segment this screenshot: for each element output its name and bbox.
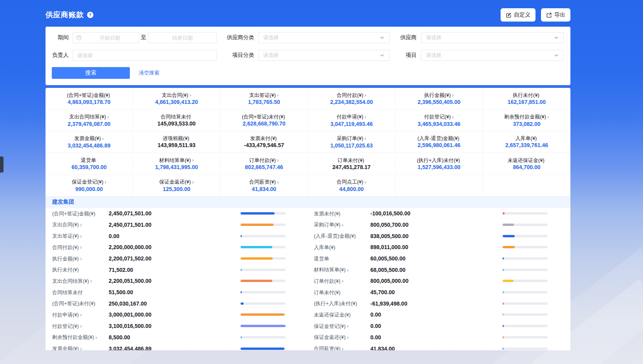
detail-row: 退货单60,005,500.00 xyxy=(308,253,570,264)
progress-fill xyxy=(240,269,242,271)
summary-cell-value: 4,861,309,413.20 xyxy=(155,99,198,105)
export-icon xyxy=(546,12,552,18)
detail-value: 0.00 xyxy=(370,323,503,329)
help-icon[interactable]: ? xyxy=(87,12,93,18)
drilldown-arrow-icon: › xyxy=(277,179,279,185)
summary-cell-value: 2,657,339,761.46 xyxy=(505,142,548,148)
summary-cell[interactable]: 支出合同结算(¥)›2,379,476,087.00 xyxy=(46,109,133,131)
detail-row[interactable]: 付款申请(¥)›3,000,001,000.00 xyxy=(46,309,308,320)
drilldown-arrow-icon: › xyxy=(547,114,549,120)
summary-cell[interactable]: 剩余预付款金额(¥)›373,082.00 xyxy=(483,109,570,131)
group-detail: (合同+签证)金额(¥)2,450,071,501.00 支出合同(¥)›2,4… xyxy=(46,208,570,350)
progress-fill xyxy=(503,313,503,316)
owner-input[interactable] xyxy=(77,53,212,58)
summary-cell[interactable]: 付款登记(¥)›3,465,934,033.46 xyxy=(395,109,483,131)
detail-label: (入库-退货)金额(¥) xyxy=(314,233,356,238)
summary-cell-value: 864,700.00 xyxy=(513,164,540,170)
detail-row[interactable]: 合同付款(¥)›2,200,000,000.00 xyxy=(46,242,308,253)
drilldown-arrow-icon: › xyxy=(189,92,191,98)
summary-cell: 进项税额(¥)143,959,511.93 xyxy=(133,131,220,153)
project-select[interactable]: 请选择 xyxy=(421,50,564,61)
detail-row[interactable]: 保证金登记(¥)›0.00 xyxy=(308,320,570,332)
supplier-placeholder: 请选择 xyxy=(426,34,441,41)
detail-row[interactable]: 支出合同(¥)›2,450,071,501.00 xyxy=(46,219,308,231)
start-date-input[interactable] xyxy=(84,35,136,41)
progress-track xyxy=(240,212,286,215)
summary-cell-value: 2,234,382,554.00 xyxy=(330,99,373,105)
drilldown-arrow-icon: › xyxy=(347,267,349,273)
progress-track xyxy=(503,280,548,282)
summary-cell[interactable]: 合同付款(¥)›2,234,382,554.00 xyxy=(308,88,395,109)
group-name-link[interactable]: 建发集团 xyxy=(52,198,74,206)
detail-row[interactable]: 订单付款(¥)›800,005,000.00 xyxy=(308,275,570,287)
supplier-category-select[interactable]: 请选择 xyxy=(258,32,390,43)
drilldown-arrow-icon: › xyxy=(342,222,344,228)
summary-cell[interactable]: 发票金额(¥)›3,032,454,486.89 xyxy=(46,131,133,153)
summary-cell[interactable]: 采购订单(¥)›1,050,117,025.63 xyxy=(308,131,395,153)
project-category-select[interactable]: 请选择 xyxy=(258,50,390,61)
detail-value: -100,016,500.00 xyxy=(370,210,503,217)
progress-track xyxy=(240,302,286,305)
progress-fill xyxy=(240,257,273,260)
owner-field[interactable] xyxy=(73,50,217,61)
detail-label: 保证金返还(¥) xyxy=(314,335,346,340)
drilldown-arrow-icon: › xyxy=(364,179,366,185)
export-button[interactable]: 导出 xyxy=(541,8,570,22)
supplier-category-placeholder: 请选择 xyxy=(263,34,279,41)
progress-fill xyxy=(503,235,515,237)
detail-value: 3,100,016,500.00 xyxy=(109,323,240,329)
drilldown-arrow-icon: › xyxy=(80,346,82,350)
summary-cell: (合同+签证)金额(¥)4,863,093,178.70 xyxy=(46,88,133,109)
summary-cell-label: 订单付款(¥) xyxy=(249,158,276,163)
summary-cell-label: 进项税额(¥) xyxy=(163,136,189,141)
detail-row[interactable]: 发票金额(¥)›3,032,454,486.89 xyxy=(46,343,308,350)
summary-cell[interactable]: 合同点工(¥)›44,800.00 xyxy=(308,175,395,197)
summary-cell-value: 60,359,700.00 xyxy=(71,164,107,170)
end-date-input[interactable] xyxy=(151,35,213,41)
detail-row[interactable]: 付款登记(¥)›3,100,016,500.00 xyxy=(46,320,308,332)
customize-button[interactable]: 自定义 xyxy=(501,8,536,22)
date-range-picker: 至 xyxy=(73,32,217,43)
summary-cell[interactable]: 合同薪资(¥)›41,834.00 xyxy=(220,175,308,197)
start-date-field[interactable] xyxy=(73,32,139,43)
supplier-select[interactable]: 请选择 xyxy=(421,32,564,43)
detail-row[interactable]: 合同薪资(¥)›41,834.00 xyxy=(308,343,570,350)
side-panel-toggle[interactable] xyxy=(0,157,4,173)
detail-row[interactable]: 保证金返还(¥)›0.00 xyxy=(308,332,570,343)
summary-cell-label: 合同薪资(¥) xyxy=(249,179,276,184)
summary-cell[interactable]: 保证金返还(¥)›125,300.00 xyxy=(133,175,220,197)
export-button-label: 导出 xyxy=(554,11,565,18)
drilldown-arrow-icon: › xyxy=(102,136,104,141)
drilldown-arrow-icon: › xyxy=(192,179,194,185)
summary-cell[interactable]: 付款申请(¥)›3,047,119,493.46 xyxy=(308,109,395,131)
detail-row[interactable]: 执行金额(¥)›2,200,071,502.00 xyxy=(46,253,308,264)
summary-cell-value: 2,596,980,061.46 xyxy=(418,142,461,148)
detail-row[interactable]: 材料结算单(¥)›68,005,500.00 xyxy=(308,264,570,275)
summary-cell[interactable]: 支出签证(¥)›1,783,765.50 xyxy=(220,88,308,109)
summary-cell[interactable]: 保证金登记(¥)›990,000.00 xyxy=(46,175,133,197)
summary-cell[interactable]: 支出合同(¥)›4,861,309,413.20 xyxy=(133,88,220,109)
summary-cell[interactable]: 执行金额(¥)›2,396,550,405.00 xyxy=(395,88,483,109)
detail-row[interactable]: 采购订单(¥)›800,050,700.00 xyxy=(308,219,570,231)
progress-track xyxy=(240,235,286,237)
detail-label: 合同薪资(¥) xyxy=(314,346,341,350)
search-button[interactable]: 搜索 xyxy=(52,67,130,79)
summary-grid: (合同+签证)金额(¥)4,863,093,178.70 支出合同(¥)›4,8… xyxy=(46,88,570,197)
summary-cell-value: 44,800.00 xyxy=(339,186,364,192)
summary-cell[interactable]: 材料结算单(¥)›1,798,431,995.00 xyxy=(133,153,220,175)
supplier-label: 供应商 xyxy=(400,34,417,41)
end-date-field[interactable] xyxy=(148,32,217,43)
clear-search-link[interactable]: 清空搜索 xyxy=(139,69,159,76)
detail-row[interactable]: 剩余预付款金额(¥)›8,500.00 xyxy=(46,332,308,343)
detail-value: 68,005,500.00 xyxy=(370,267,503,273)
detail-value: 838,005,500.00 xyxy=(370,233,503,239)
summary-cell-label: 发票金额(¥) xyxy=(74,136,101,141)
detail-value: 898,011,000.00 xyxy=(370,244,503,250)
summary-cell-label: 执行金额(¥) xyxy=(424,93,451,98)
drilldown-arrow-icon: › xyxy=(80,323,82,329)
summary-cell[interactable]: 订单付款(¥)›802,665,747.46 xyxy=(220,153,308,175)
detail-row[interactable]: 支出签证(¥)›0.00 xyxy=(46,230,308,242)
detail-label: 付款申请(¥) xyxy=(52,312,79,317)
detail-row[interactable]: 支出合同结算(¥)›2,200,051,500.00 xyxy=(46,275,308,287)
summary-cell-label: 退货单 xyxy=(81,158,96,163)
